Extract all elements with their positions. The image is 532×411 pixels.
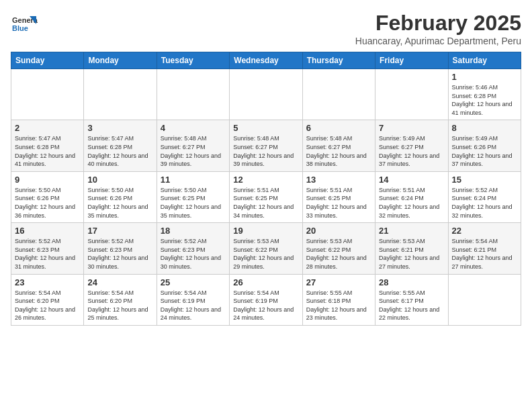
day-info: Sunrise: 5:53 AM Sunset: 6:21 PM Dayligh… (379, 237, 444, 271)
day-number: 27 (306, 277, 371, 287)
calendar-cell (375, 69, 448, 120)
day-info: Sunrise: 5:50 AM Sunset: 6:25 PM Dayligh… (161, 186, 226, 220)
calendar-day-header: Tuesday (157, 52, 229, 69)
calendar-cell (448, 274, 521, 325)
calendar-week-row: 9Sunrise: 5:50 AM Sunset: 6:26 PM Daylig… (11, 171, 521, 222)
day-info: Sunrise: 5:53 AM Sunset: 6:22 PM Dayligh… (306, 237, 371, 271)
calendar-cell: 25Sunrise: 5:54 AM Sunset: 6:19 PM Dayli… (157, 274, 229, 325)
calendar-cell: 4Sunrise: 5:48 AM Sunset: 6:27 PM Daylig… (157, 120, 229, 171)
calendar-day-header: Monday (84, 52, 157, 69)
day-number: 7 (379, 123, 444, 133)
calendar-cell (302, 69, 375, 120)
day-number: 20 (306, 226, 371, 236)
day-number: 9 (15, 175, 80, 185)
day-info: Sunrise: 5:54 AM Sunset: 6:19 PM Dayligh… (233, 289, 298, 322)
month-title: February 2025 (355, 11, 521, 36)
day-number: 24 (87, 277, 152, 287)
calendar-cell: 5Sunrise: 5:48 AM Sunset: 6:27 PM Daylig… (230, 120, 302, 171)
calendar-day-header: Wednesday (230, 52, 302, 69)
day-info: Sunrise: 5:48 AM Sunset: 6:27 PM Dayligh… (233, 134, 298, 168)
day-info: Sunrise: 5:52 AM Sunset: 6:23 PM Dayligh… (161, 237, 226, 271)
calendar-cell: 18Sunrise: 5:52 AM Sunset: 6:23 PM Dayli… (157, 223, 229, 274)
day-info: Sunrise: 5:47 AM Sunset: 6:28 PM Dayligh… (15, 134, 80, 168)
day-info: Sunrise: 5:54 AM Sunset: 6:20 PM Dayligh… (87, 289, 152, 322)
day-number: 4 (161, 123, 226, 133)
day-number: 11 (161, 175, 226, 185)
day-info: Sunrise: 5:50 AM Sunset: 6:26 PM Dayligh… (15, 186, 80, 220)
day-number: 18 (161, 226, 226, 236)
day-number: 26 (233, 277, 298, 287)
day-info: Sunrise: 5:49 AM Sunset: 6:27 PM Dayligh… (379, 134, 444, 168)
calendar-cell: 17Sunrise: 5:52 AM Sunset: 6:23 PM Dayli… (84, 223, 157, 274)
title-area: February 2025 Huancaray, Apurimac Depart… (355, 11, 521, 46)
calendar-cell: 13Sunrise: 5:51 AM Sunset: 6:25 PM Dayli… (302, 171, 375, 222)
logo-icon: General Blue (11, 11, 38, 38)
calendar-cell: 24Sunrise: 5:54 AM Sunset: 6:20 PM Dayli… (84, 274, 157, 325)
day-info: Sunrise: 5:50 AM Sunset: 6:26 PM Dayligh… (87, 186, 152, 220)
day-info: Sunrise: 5:53 AM Sunset: 6:22 PM Dayligh… (233, 237, 298, 271)
day-info: Sunrise: 5:51 AM Sunset: 6:25 PM Dayligh… (233, 186, 298, 220)
day-info: Sunrise: 5:52 AM Sunset: 6:24 PM Dayligh… (452, 186, 517, 220)
calendar-day-header: Thursday (302, 52, 375, 69)
calendar-cell: 28Sunrise: 5:55 AM Sunset: 6:17 PM Dayli… (375, 274, 448, 325)
calendar-week-row: 1Sunrise: 5:46 AM Sunset: 6:28 PM Daylig… (11, 69, 521, 120)
day-number: 6 (306, 123, 371, 133)
calendar-cell: 22Sunrise: 5:54 AM Sunset: 6:21 PM Dayli… (448, 223, 521, 274)
day-number: 17 (87, 226, 152, 236)
calendar-cell: 6Sunrise: 5:48 AM Sunset: 6:27 PM Daylig… (302, 120, 375, 171)
day-info: Sunrise: 5:48 AM Sunset: 6:27 PM Dayligh… (161, 134, 226, 168)
calendar-cell (84, 69, 157, 120)
day-number: 3 (87, 123, 152, 133)
calendar-cell: 16Sunrise: 5:52 AM Sunset: 6:23 PM Dayli… (11, 223, 84, 274)
calendar-cell: 7Sunrise: 5:49 AM Sunset: 6:27 PM Daylig… (375, 120, 448, 171)
calendar-day-header: Friday (375, 52, 448, 69)
calendar-cell: 20Sunrise: 5:53 AM Sunset: 6:22 PM Dayli… (302, 223, 375, 274)
calendar-cell: 23Sunrise: 5:54 AM Sunset: 6:20 PM Dayli… (11, 274, 84, 325)
day-number: 5 (233, 123, 298, 133)
calendar-day-header: Sunday (11, 52, 84, 69)
day-number: 23 (15, 277, 80, 287)
calendar-week-row: 16Sunrise: 5:52 AM Sunset: 6:23 PM Dayli… (11, 223, 521, 274)
calendar-cell: 8Sunrise: 5:49 AM Sunset: 6:26 PM Daylig… (448, 120, 521, 171)
calendar-cell: 12Sunrise: 5:51 AM Sunset: 6:25 PM Dayli… (230, 171, 302, 222)
day-info: Sunrise: 5:46 AM Sunset: 6:28 PM Dayligh… (452, 83, 517, 117)
day-info: Sunrise: 5:47 AM Sunset: 6:28 PM Dayligh… (87, 134, 152, 168)
calendar-cell: 26Sunrise: 5:54 AM Sunset: 6:19 PM Dayli… (230, 274, 302, 325)
day-info: Sunrise: 5:51 AM Sunset: 6:25 PM Dayligh… (306, 186, 371, 220)
day-info: Sunrise: 5:52 AM Sunset: 6:23 PM Dayligh… (15, 237, 80, 271)
logo: General Blue (11, 11, 38, 38)
day-info: Sunrise: 5:54 AM Sunset: 6:19 PM Dayligh… (161, 289, 226, 322)
day-number: 25 (161, 277, 226, 287)
day-info: Sunrise: 5:51 AM Sunset: 6:24 PM Dayligh… (379, 186, 444, 220)
calendar-cell: 19Sunrise: 5:53 AM Sunset: 6:22 PM Dayli… (230, 223, 302, 274)
day-info: Sunrise: 5:52 AM Sunset: 6:23 PM Dayligh… (87, 237, 152, 271)
day-number: 28 (379, 277, 444, 287)
calendar-header-row: SundayMondayTuesdayWednesdayThursdayFrid… (11, 52, 521, 69)
calendar-week-row: 2Sunrise: 5:47 AM Sunset: 6:28 PM Daylig… (11, 120, 521, 171)
svg-text:Blue: Blue (12, 24, 28, 32)
day-number: 12 (233, 175, 298, 185)
day-info: Sunrise: 5:55 AM Sunset: 6:18 PM Dayligh… (306, 289, 371, 322)
day-number: 2 (15, 123, 80, 133)
calendar-cell: 14Sunrise: 5:51 AM Sunset: 6:24 PM Dayli… (375, 171, 448, 222)
day-number: 19 (233, 226, 298, 236)
calendar-cell: 21Sunrise: 5:53 AM Sunset: 6:21 PM Dayli… (375, 223, 448, 274)
day-number: 10 (87, 175, 152, 185)
calendar-cell: 27Sunrise: 5:55 AM Sunset: 6:18 PM Dayli… (302, 274, 375, 325)
day-number: 1 (452, 72, 517, 82)
day-number: 16 (15, 226, 80, 236)
calendar-cell: 10Sunrise: 5:50 AM Sunset: 6:26 PM Dayli… (84, 171, 157, 222)
calendar-cell (157, 69, 229, 120)
day-info: Sunrise: 5:54 AM Sunset: 6:20 PM Dayligh… (15, 289, 80, 322)
location-title: Huancaray, Apurimac Department, Peru (355, 36, 521, 46)
calendar-cell: 15Sunrise: 5:52 AM Sunset: 6:24 PM Dayli… (448, 171, 521, 222)
calendar-cell: 11Sunrise: 5:50 AM Sunset: 6:25 PM Dayli… (157, 171, 229, 222)
day-number: 21 (379, 226, 444, 236)
calendar-cell: 9Sunrise: 5:50 AM Sunset: 6:26 PM Daylig… (11, 171, 84, 222)
day-number: 14 (379, 175, 444, 185)
day-number: 15 (452, 175, 517, 185)
day-info: Sunrise: 5:48 AM Sunset: 6:27 PM Dayligh… (306, 134, 371, 168)
day-number: 13 (306, 175, 371, 185)
calendar-table: SundayMondayTuesdayWednesdayThursdayFrid… (11, 52, 521, 326)
calendar-day-header: Saturday (448, 52, 521, 69)
